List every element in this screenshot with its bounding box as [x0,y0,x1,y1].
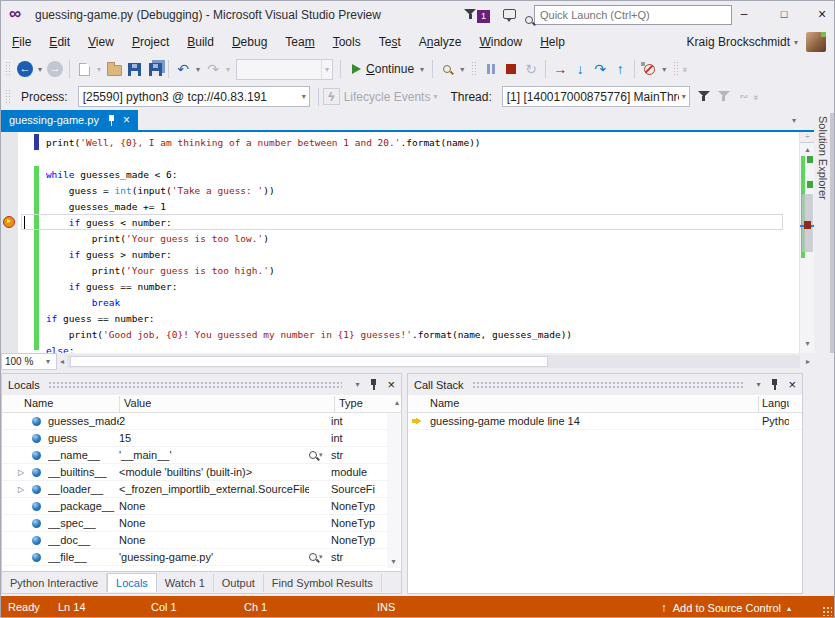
minimize-button[interactable]: – [727,1,761,27]
pin-icon[interactable] [369,379,378,390]
breakpoints-caret-icon[interactable]: ▾ [659,65,669,74]
table-row[interactable]: __package__NoneNoneTyp [2,498,387,515]
menu-item-project[interactable]: Project [123,31,178,53]
step-into-button[interactable]: ↓ [571,58,589,80]
column-name[interactable]: Name [24,397,53,409]
pin-icon[interactable] [770,379,779,390]
tab-guessing-game[interactable]: guessing-game.py × [1,110,138,130]
toolbar-overflow-caret-icon[interactable]: ▾ [457,65,467,74]
step-over-button[interactable]: ↷ [591,58,609,80]
stop-debugging-button[interactable] [502,58,520,80]
quick-launch-input[interactable] [540,7,700,23]
breakpoint-gutter[interactable] [1,132,18,353]
open-file-button[interactable] [105,58,123,80]
break-all-button[interactable] [482,58,500,80]
toolbar-grip[interactable] [471,61,477,77]
table-row[interactable]: guessing-game module line 14Python [408,413,802,430]
column-name[interactable]: Name [430,397,459,409]
window-position-caret-icon[interactable]: ▾ [355,380,359,389]
save-button[interactable] [125,58,143,80]
new-file-caret-icon[interactable]: ▾ [94,65,104,74]
menu-item-team[interactable]: Team [276,31,323,53]
toggle-flagged-button[interactable] [715,86,733,108]
scroll-up-icon[interactable]: ▴ [395,398,399,407]
code-editor[interactable]: print('Well, {0}, I am thinking of a num… [1,132,799,353]
close-icon[interactable]: × [788,377,796,392]
redo-button[interactable]: ↷ [204,58,222,80]
column-language[interactable]: Language [762,397,789,409]
new-file-button[interactable] [75,58,93,80]
thread-combo[interactable]: [1] [140017000875776] MainThread ▾ [502,86,690,107]
show-next-statement-button[interactable]: → [551,58,569,80]
table-row[interactable]: __file__'guessing-game.py'▾str [2,549,387,566]
table-row[interactable]: guess15int [2,430,387,447]
menu-item-analyze[interactable]: Analyze [410,31,471,53]
tab-solution-explorer[interactable]: Solution Explorer [817,116,829,200]
table-row[interactable]: __doc__NoneNoneTyp [2,532,387,549]
pin-icon[interactable] [107,115,116,126]
continue-caret-icon[interactable]: ▾ [417,65,427,74]
scroll-down-icon[interactable]: ▾ [800,339,815,348]
resize-grip[interactable] [822,606,832,616]
tab-find-symbol-results[interactable]: Find Symbol Results [264,574,382,592]
back-dropdown-caret-icon[interactable]: ▾ [35,65,45,74]
table-row[interactable]: __spec__NoneNoneTyp [2,515,387,532]
undo-button[interactable]: ↶ [174,58,192,80]
process-combo[interactable]: [25590] python3 @ tcp://40.83.191 ▾ [78,86,310,107]
show-threads-flagged-button[interactable] [695,86,713,108]
attach-to-process-button[interactable] [438,58,456,80]
step-out-button[interactable]: ↑ [611,58,629,80]
scroll-left-icon[interactable]: ◂ [57,357,67,366]
expand-icon[interactable]: ▷ [18,468,32,477]
breakpoints-button[interactable] [640,58,658,80]
toolbar-overflow-icon[interactable]: » [751,94,761,98]
undo-caret-icon[interactable]: ▾ [193,65,203,74]
menu-item-build[interactable]: Build [178,31,223,53]
toolbar-overflow-icon[interactable]: » [680,67,690,71]
menu-item-edit[interactable]: Edit [40,31,79,53]
editor-vertical-scrollbar[interactable]: ÷ ▴ ▾ [799,132,814,353]
magnifier-icon[interactable]: ▾ [309,451,331,459]
editor-zoom-control[interactable]: 100 % ▾ [1,353,57,370]
column-type[interactable]: Type [339,397,363,409]
split-handle-icon[interactable]: ÷ [800,132,815,143]
restart-button[interactable]: ↻ [522,58,540,80]
close-icon[interactable]: × [387,377,395,392]
user-menu-caret-icon[interactable]: ▾ [794,38,798,47]
table-row[interactable]: ▷__builtins__<module 'builtins' (built-i… [2,464,387,481]
editor-horizontal-scrollbar[interactable] [67,355,800,368]
thread-caret-icon[interactable]: ▾ [679,92,689,101]
document-list-caret-icon[interactable]: ▾ [792,116,796,125]
menu-item-debug[interactable]: Debug [223,31,276,53]
signed-in-user[interactable]: Kraig Brockschmidt [687,35,790,49]
table-row[interactable]: ▷__loader__<_frozen_importlib_external.S… [2,481,387,498]
toolbar-grip[interactable] [673,61,679,77]
feedback-icon[interactable] [503,9,516,19]
toolbar-grip[interactable] [5,61,11,77]
tab-watch-1[interactable]: Watch 1 [157,574,214,592]
close-button[interactable]: × [805,1,835,27]
redo-caret-icon[interactable]: ▾ [223,65,233,74]
toolbar-grip[interactable] [5,89,11,105]
table-row[interactable]: guesses_made2int [2,413,387,430]
menu-item-help[interactable]: Help [531,31,574,53]
navigate-back-button[interactable]: ← [16,58,34,80]
navigate-forward-button[interactable]: → [46,58,64,80]
menu-item-file[interactable]: File [3,31,40,53]
table-row[interactable]: __name__'__main__'▾str [2,447,387,464]
tab-output[interactable]: Output [214,574,264,592]
menu-item-test[interactable]: Test [370,31,410,53]
add-to-source-control-button[interactable]: ↑ Add to Source Control ▴ [661,601,791,615]
current-statement-icon[interactable] [3,216,15,228]
continue-button[interactable]: Continue ▾ [346,58,427,80]
menu-item-view[interactable]: View [79,31,123,53]
tab-python-interactive[interactable]: Python Interactive [2,574,107,592]
scroll-down-icon[interactable]: ▾ [387,557,400,566]
process-caret-icon[interactable]: ▾ [299,92,309,101]
user-avatar[interactable] [806,32,826,52]
tab-close-icon[interactable]: × [123,113,130,127]
menu-item-window[interactable]: Window [470,31,531,53]
save-all-button[interactable] [145,58,163,80]
magnifier-icon[interactable]: ▾ [309,553,331,561]
notification-count-badge[interactable]: 1 [477,10,490,23]
